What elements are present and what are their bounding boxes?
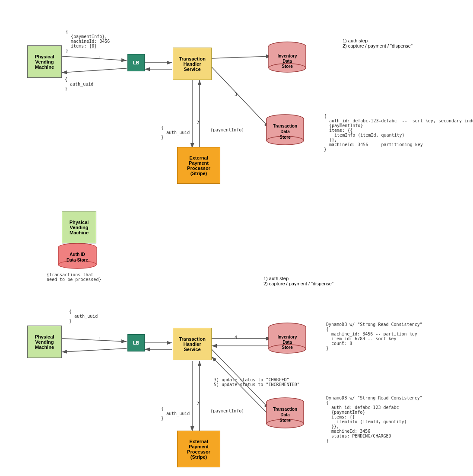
svg-text:Store: Store: [282, 345, 293, 350]
s3-label-status: 3) update status to "CHARGED" 5) update …: [214, 377, 300, 387]
s3-load-balancer: LB: [127, 334, 145, 351]
s2-auth-id-store: Auth ID Data Store: [57, 243, 97, 270]
s1-transaction-handler: TransactionHandlerService: [173, 48, 212, 80]
s3-tds-annotation: DynamoDB w/ "Strong Read Consistency" { …: [326, 396, 422, 443]
svg-text:Data Store: Data Store: [67, 258, 88, 262]
s3-label-2: 2: [197, 401, 199, 406]
s3-transaction-store: Transaction Data Store: [266, 397, 305, 429]
s3-inventory-store: Inventory Data Store: [268, 322, 307, 355]
s2-label-transactions: {transactions that need to be processed}: [47, 272, 101, 282]
svg-line-7: [212, 67, 269, 128]
s1-external-payment-processor: ExternalPaymentProcessor(Stripe): [177, 147, 220, 184]
svg-line-6: [212, 56, 271, 58]
svg-text:Inventory: Inventory: [277, 335, 297, 339]
s1-inventory-store: Inventory Data Store: [268, 41, 307, 73]
svg-line-11: [62, 348, 127, 352]
svg-text:Auth ID: Auth ID: [70, 252, 85, 257]
s1-label-authuuid: { auth_uuid }: [65, 77, 93, 91]
svg-line-2: [62, 56, 127, 61]
s3-ids-annotation: DynamoDB w/ "Strong Read Consistency" { …: [326, 322, 422, 351]
s2-step-label: 1) auth step2) capture / payment / "disp…: [263, 276, 333, 286]
s3-transaction-handler: TransactionHandlerService: [173, 328, 212, 360]
s3-label-4: 4: [235, 335, 237, 340]
svg-line-10: [62, 339, 127, 342]
s1-step-label: 1) auth step2) capture / payment / "disp…: [343, 38, 413, 48]
s3-label-paymentinfo: {paymentInfo}: [210, 409, 244, 413]
svg-line-3: [62, 68, 127, 73]
s1-label-3: 3: [235, 92, 237, 97]
s1-label-1: 1: [98, 55, 101, 60]
svg-text:Data: Data: [280, 412, 290, 417]
s1-load-balancer: LB: [127, 54, 145, 71]
svg-text:Inventory: Inventory: [277, 54, 297, 58]
s3-physical-vending-machine: PhysicalVendingMachine: [27, 326, 62, 358]
s3-label-authuuid: { auth_uuid }: [69, 309, 98, 323]
s3-external-payment-processor: ExternalPaymentProcessor(Stripe): [177, 431, 220, 467]
svg-text:Data: Data: [280, 129, 290, 134]
s1-transaction-store: Transaction Data Store: [266, 114, 305, 146]
s3-label-authuuid2: { auth_uuid }: [161, 406, 190, 421]
s1-label-payload: { {paymentInfo}, machineId: 3456 items: …: [66, 29, 110, 53]
svg-text:Transaction: Transaction: [273, 407, 297, 412]
s1-label-paymentinfo: {paymentInfo}: [210, 128, 244, 132]
s1-physical-vending-machine: PhysicalVendingMachine: [27, 45, 62, 78]
svg-text:Data: Data: [283, 59, 292, 64]
s2-physical-vending-machine: PhysicalVendingMachine: [62, 211, 96, 243]
s1-label-authuuid2: { auth_uuid }: [161, 125, 190, 140]
diagram-container: PhysicalVendingMachine LB TransactionHan…: [0, 0, 473, 476]
s1-tds-annotation: { auth_id: defabc-123-defabc -- sort key…: [324, 114, 473, 152]
svg-text:Store: Store: [279, 135, 291, 140]
s1-label-2: 2: [197, 120, 199, 125]
svg-text:Store: Store: [282, 64, 293, 69]
s3-label-1: 1: [98, 336, 101, 341]
svg-text:Transaction: Transaction: [273, 124, 297, 128]
svg-text:Data: Data: [283, 340, 292, 345]
svg-text:Store: Store: [279, 418, 291, 423]
